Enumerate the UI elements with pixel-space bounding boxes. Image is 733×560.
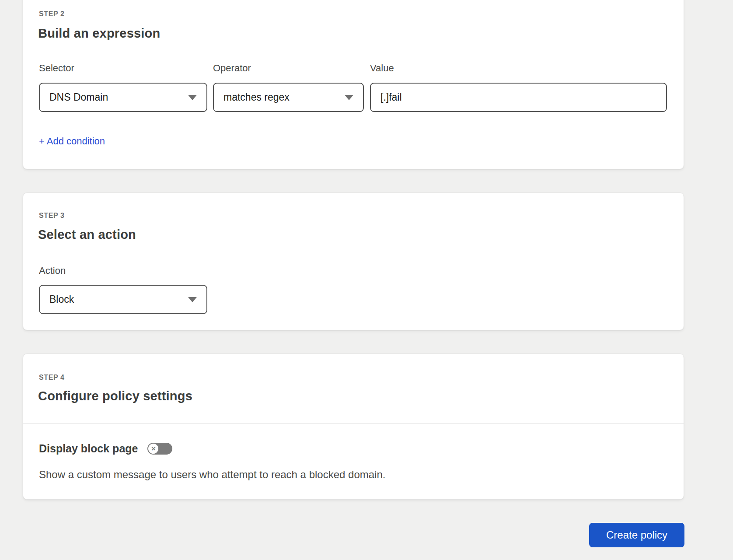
selector-dropdown[interactable]: DNS Domain — [39, 83, 207, 112]
step2-title: Build an expression — [38, 25, 160, 41]
add-condition-link[interactable]: + Add condition — [39, 135, 105, 147]
action-label: Action — [39, 265, 66, 277]
toggle-off-x-icon: × — [148, 444, 158, 454]
action-dropdown[interactable]: Block — [39, 285, 207, 314]
step4-title: Configure policy settings — [38, 388, 192, 404]
create-policy-button[interactable]: Create policy — [589, 523, 684, 547]
operator-label: Operator — [213, 62, 251, 74]
step3-label: STEP 3 — [39, 211, 64, 220]
operator-dropdown[interactable]: matches regex — [213, 83, 364, 112]
selector-label: Selector — [39, 62, 74, 74]
step3-title: Select an action — [38, 227, 136, 242]
operator-dropdown-value: matches regex — [223, 91, 290, 103]
display-block-page-row: Display block page × — [39, 441, 172, 455]
step2-label: STEP 2 — [39, 10, 64, 18]
selector-dropdown-value: DNS Domain — [49, 91, 108, 103]
display-block-page-toggle[interactable]: × — [147, 443, 172, 455]
step2-card: STEP 2 Build an expression Selector Oper… — [23, 0, 684, 169]
value-input[interactable] — [370, 83, 667, 112]
display-block-page-label: Display block page — [39, 441, 138, 455]
section-divider — [23, 424, 684, 424]
caret-down-icon — [345, 95, 353, 100]
step4-label: STEP 4 — [39, 373, 64, 382]
caret-down-icon — [188, 95, 197, 100]
value-label: Value — [370, 62, 394, 74]
display-block-page-description: Show a custom message to users who attem… — [39, 468, 385, 481]
caret-down-icon — [188, 297, 197, 302]
step3-card: STEP 3 Select an action Action Block — [23, 192, 684, 330]
action-dropdown-value: Block — [49, 294, 74, 305]
step4-card: STEP 4 Configure policy settings Display… — [23, 354, 684, 500]
